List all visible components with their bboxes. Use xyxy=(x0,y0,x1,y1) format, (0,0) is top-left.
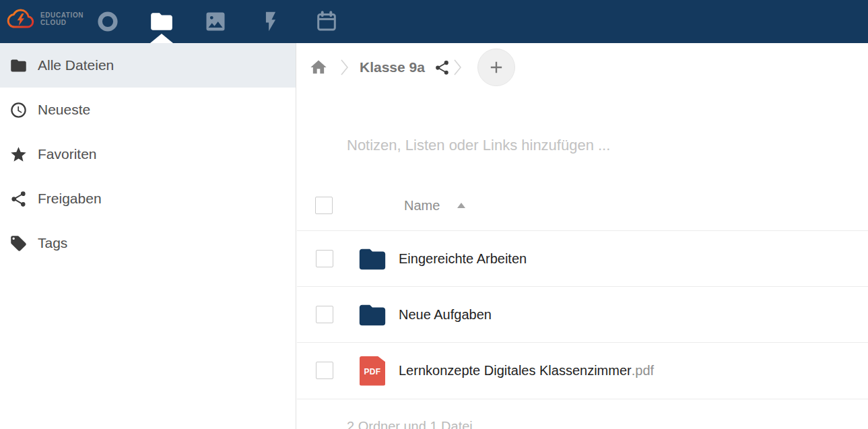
pdf-file-icon[interactable]: PDF xyxy=(356,343,389,399)
flash-icon xyxy=(259,10,282,33)
name-header-label: Name xyxy=(404,198,440,213)
sidebar-item-label: Tags xyxy=(38,235,67,251)
files-sidebar: Alle Dateien Neueste Favoriten Freigaben… xyxy=(0,43,296,429)
chevron-right-icon xyxy=(339,57,349,78)
logo-text: EDUCATION CLOUD xyxy=(40,11,84,26)
folder-icon[interactable] xyxy=(356,231,389,287)
app-dashboard-button[interactable] xyxy=(89,0,127,43)
folder-icon xyxy=(9,57,28,75)
notes-input[interactable]: Notizen, Listen oder Links hinzufügen ..… xyxy=(347,137,610,154)
cloud-logo-icon xyxy=(6,6,36,32)
sidebar-item-favorites[interactable]: Favoriten xyxy=(0,132,296,176)
star-icon xyxy=(9,145,28,164)
select-all-checkbox[interactable] xyxy=(315,197,333,214)
file-count-summary: 2 Ordner und 1 Datei xyxy=(347,419,473,429)
file-extension: .pdf xyxy=(632,363,654,378)
row-checkbox[interactable] xyxy=(316,250,333,267)
file-basename: Lernkonzepte Digitales Klassenzimmer xyxy=(399,363,632,378)
top-navigation-bar: EDUCATION CLOUD xyxy=(0,0,868,43)
file-name-link[interactable]: Eingereichte Arbeiten xyxy=(399,231,527,287)
folder-icon xyxy=(149,9,174,34)
folder-icon[interactable] xyxy=(356,287,389,343)
breadcrumb-home-button[interactable] xyxy=(309,58,328,77)
app-activity-button[interactable] xyxy=(252,0,290,43)
file-basename: Neue Aufgaben xyxy=(399,307,492,323)
file-row-eingereichte-arbeiten: Eingereichte Arbeiten xyxy=(297,230,868,287)
education-cloud-logo[interactable]: EDUCATION CLOUD xyxy=(6,6,84,32)
chevron-right-icon xyxy=(453,57,463,78)
file-name-link[interactable]: Neue Aufgaben xyxy=(399,287,492,343)
sidebar-item-label: Freigaben xyxy=(38,191,102,207)
sidebar-item-shares[interactable]: Freigaben xyxy=(0,176,296,221)
file-list-header: Name xyxy=(297,197,868,214)
sidebar-item-label: Favoriten xyxy=(38,146,97,162)
file-row-neue-aufgaben: Neue Aufgaben xyxy=(297,286,868,343)
file-name-link[interactable]: Lernkonzepte Digitales Klassenzimmer.pdf xyxy=(399,343,654,399)
calendar-icon xyxy=(314,9,339,34)
file-row-lernkonzepte-pdf: PDF Lernkonzepte Digitales Klassenzimmer… xyxy=(297,342,868,399)
active-app-pointer xyxy=(150,34,173,43)
tag-icon xyxy=(9,234,28,253)
app-photos-button[interactable] xyxy=(197,0,234,43)
files-content-area: Klasse 9a Notizen, Listen oder Links hin… xyxy=(297,43,868,429)
share-folder-button[interactable] xyxy=(434,59,450,76)
sidebar-item-label: Neueste xyxy=(38,102,90,118)
sidebar-item-all-files[interactable]: Alle Dateien xyxy=(0,43,296,88)
plus-icon xyxy=(487,58,506,77)
breadcrumb-current-folder[interactable]: Klasse 9a xyxy=(360,59,425,75)
share-icon xyxy=(9,190,28,208)
sort-ascending-icon xyxy=(457,203,465,208)
pdf-badge: PDF xyxy=(360,356,385,386)
row-checkbox[interactable] xyxy=(316,362,333,379)
app-window: EDUCATION CLOUD xyxy=(0,0,868,429)
name-column-header[interactable]: Name xyxy=(404,197,465,214)
breadcrumb: Klasse 9a xyxy=(297,43,868,92)
clock-icon xyxy=(9,101,28,119)
file-basename: Eingereichte Arbeiten xyxy=(399,251,527,267)
pdf-badge-label: PDF xyxy=(364,367,381,376)
sidebar-item-recent[interactable]: Neueste xyxy=(0,88,296,132)
ring-icon xyxy=(96,10,119,33)
row-checkbox[interactable] xyxy=(316,306,333,323)
app-calendar-button[interactable] xyxy=(308,0,345,43)
sidebar-item-label: Alle Dateien xyxy=(38,57,114,73)
image-icon xyxy=(203,9,228,34)
new-file-button[interactable] xyxy=(477,48,515,86)
sidebar-item-tags[interactable]: Tags xyxy=(0,221,296,265)
